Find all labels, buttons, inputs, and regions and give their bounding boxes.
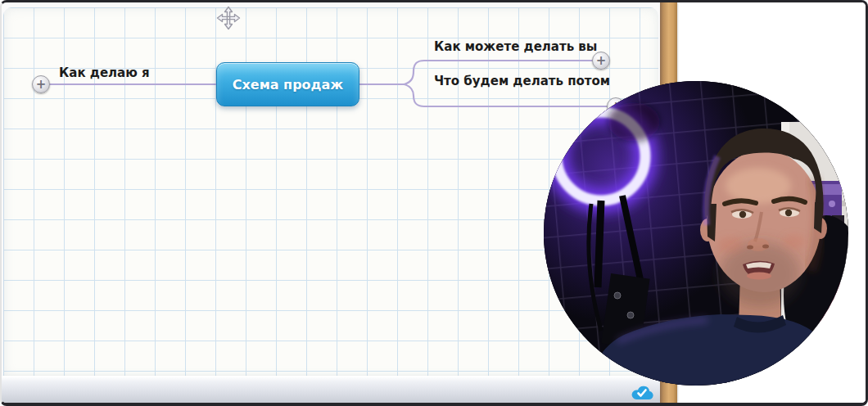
app-window: Схема продаж Как делаю я Как можете дела… <box>0 0 868 406</box>
webcam-video-circle <box>544 81 848 386</box>
cloud-check-icon[interactable] <box>631 382 653 401</box>
move-icon[interactable] <box>216 6 241 30</box>
root-node-label: Схема продаж <box>233 77 344 92</box>
plus-icon[interactable]: + <box>32 75 50 93</box>
branch-node-left[interactable]: Как делаю я <box>59 66 150 79</box>
root-node[interactable]: Схема продаж <box>216 62 359 106</box>
branch-node-right-top[interactable]: Как можете делать вы <box>434 40 597 53</box>
plus-icon[interactable]: + <box>592 52 610 70</box>
whiteboard-tray <box>2 376 663 403</box>
branch-node-right-bottom[interactable]: Что будем делать потом <box>434 74 610 88</box>
